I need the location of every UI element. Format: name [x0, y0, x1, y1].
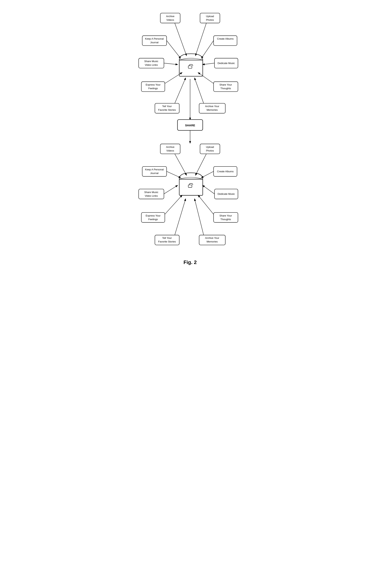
svg-text:Create Albums: Create Albums: [217, 170, 234, 173]
svg-text:Keep A Personal: Keep A Personal: [145, 168, 164, 171]
svg-text:Thoughts: Thoughts: [220, 218, 231, 221]
node-dedicate-music-1: Dedicate Music: [214, 58, 238, 68]
svg-text:Upload: Upload: [206, 15, 214, 18]
svg-text:Dedicate Music: Dedicate Music: [217, 193, 235, 195]
svg-text:Express Your: Express Your: [145, 83, 160, 86]
svg-text:Video Links: Video Links: [145, 63, 158, 66]
svg-text:Photos: Photos: [206, 18, 214, 21]
svg-line-36: [165, 73, 182, 83]
svg-text:Share Your: Share Your: [219, 83, 232, 86]
svg-text:Create Albums: Create Albums: [217, 37, 234, 40]
svg-text:Feelings: Feelings: [148, 218, 158, 221]
svg-text:Archive: Archive: [166, 145, 174, 148]
svg-text:Share Music: Share Music: [144, 60, 158, 63]
svg-text:Share Your: Share Your: [219, 214, 232, 217]
svg-line-80: [198, 195, 214, 214]
svg-line-31: [195, 23, 206, 55]
node-share-music-2: Share Music Video Links: [138, 189, 164, 199]
node-tell-stories-1: Tell Your Favorite Stories: [155, 103, 179, 113]
figure-caption: Fig. 2: [183, 259, 197, 265]
svg-text:Feelings: Feelings: [148, 87, 158, 90]
svg-text:Videos: Videos: [166, 149, 174, 152]
svg-text:Archive: Archive: [166, 15, 174, 18]
node-share-thoughts-2: Share Your Thoughts: [213, 213, 238, 222]
node-archive-memories-2: Archive Your Memories: [199, 235, 225, 245]
chest-2: [179, 173, 203, 195]
svg-text:Upload: Upload: [206, 145, 214, 148]
node-share-thoughts-1: Share Your Thoughts: [213, 82, 238, 92]
node-tell-stories-2: Tell Your Favorite Stories: [155, 235, 179, 245]
svg-line-34: [164, 63, 177, 65]
node-express-feelings-2: Express Your Feelings: [141, 213, 165, 222]
node-create-albums-2: Create Albums: [213, 166, 237, 177]
svg-line-75: [167, 171, 180, 178]
svg-text:Thoughts: Thoughts: [220, 87, 231, 90]
node-upload-photos-2: Upload Photos: [200, 144, 220, 154]
share-label: SHARE: [185, 124, 195, 127]
svg-line-33: [201, 41, 214, 58]
svg-text:Video Links: Video Links: [145, 195, 158, 197]
svg-text:Tell Your: Tell Your: [162, 105, 172, 108]
svg-rect-44: [188, 185, 192, 187]
svg-text:Memories: Memories: [207, 240, 218, 243]
svg-line-77: [164, 185, 177, 194]
page: Archive Videos Upload Photos Keep A Pers…: [128, 0, 253, 287]
node-keep-journal-2: Keep A Personal Journal: [142, 166, 167, 177]
chest-1: [179, 54, 203, 76]
svg-line-73: [175, 154, 187, 175]
svg-text:Journal: Journal: [150, 172, 158, 175]
svg-text:Journal: Journal: [150, 41, 158, 44]
share-box: SHARE: [177, 120, 203, 130]
svg-text:Favorite Stories: Favorite Stories: [158, 240, 176, 243]
svg-text:Photos: Photos: [206, 149, 214, 152]
svg-line-74: [195, 154, 206, 175]
node-archive-videos-1: Archive Videos: [160, 13, 180, 23]
svg-line-38: [175, 78, 186, 103]
diagram-container: Archive Videos Upload Photos Keep A Pers…: [132, 8, 249, 269]
svg-text:Archive Your: Archive Your: [205, 236, 219, 239]
node-create-albums-1: Create Albums: [213, 36, 237, 46]
node-upload-photos-1: Upload Photos: [200, 13, 220, 23]
svg-text:Express Your: Express Your: [145, 214, 160, 217]
svg-line-35: [203, 63, 214, 65]
node-archive-videos-2: Archive Videos: [160, 144, 180, 154]
svg-text:Videos: Videos: [166, 18, 174, 21]
node-keep-journal-1: Keep A Personal Journal: [142, 36, 167, 46]
diagram-svg: Archive Videos Upload Photos Keep A Pers…: [132, 8, 249, 269]
svg-line-79: [165, 195, 182, 214]
svg-line-76: [201, 171, 214, 178]
svg-text:Share Music: Share Music: [144, 191, 158, 194]
svg-rect-1: [188, 66, 192, 68]
svg-line-81: [175, 199, 186, 235]
node-share-music-1: Share Music Video Links: [138, 58, 164, 68]
svg-text:Keep A Personal: Keep A Personal: [145, 37, 164, 40]
svg-text:Archive Your: Archive Your: [205, 105, 219, 108]
svg-line-30: [175, 23, 187, 55]
node-dedicate-music-2: Dedicate Music: [214, 189, 238, 199]
svg-line-78: [203, 185, 214, 194]
svg-line-32: [167, 41, 180, 58]
svg-text:Memories: Memories: [207, 108, 218, 111]
svg-line-37: [198, 73, 214, 83]
svg-line-82: [194, 199, 204, 235]
svg-text:Tell Your: Tell Your: [162, 236, 172, 239]
svg-text:Favorite Stories: Favorite Stories: [158, 108, 176, 111]
svg-text:Dedicate Music: Dedicate Music: [217, 62, 235, 65]
node-archive-memories-1: Archive Your Memories: [199, 103, 225, 113]
node-express-feelings-1: Express Your Feelings: [141, 82, 165, 92]
svg-line-39: [194, 78, 204, 103]
